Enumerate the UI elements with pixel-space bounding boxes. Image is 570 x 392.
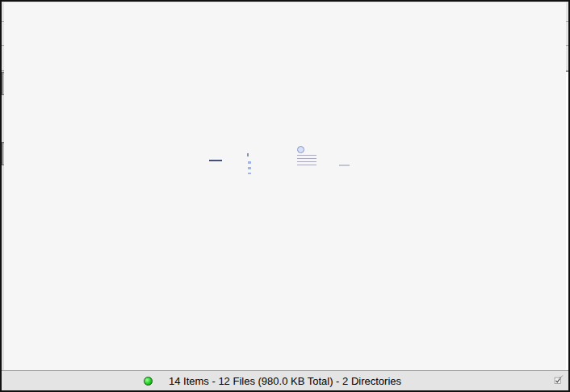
konqueror-window: LocationEditViewGoBookmarksToolsSettings…	[0, 0, 570, 392]
active-view-indicator-icon[interactable]	[553, 374, 564, 388]
check-flag-icon	[553, 374, 564, 386]
file-label: fb8.png	[155, 158, 249, 170]
file-icon-view: Desktop Mail fb1.png	[138, 71, 568, 370]
file-item[interactable]: fb8.png	[182, 139, 222, 171]
status-text: 14 Items - 12 Files (980.0 KB Total) - 2…	[2, 375, 568, 387]
statusbar: 14 Items - 12 Files (980.0 KB Total) - 2…	[2, 370, 568, 390]
main-area: Home Directory Desktop Mail	[2, 71, 568, 370]
file-grid: Desktop Mail fb1.png	[138, 71, 555, 191]
